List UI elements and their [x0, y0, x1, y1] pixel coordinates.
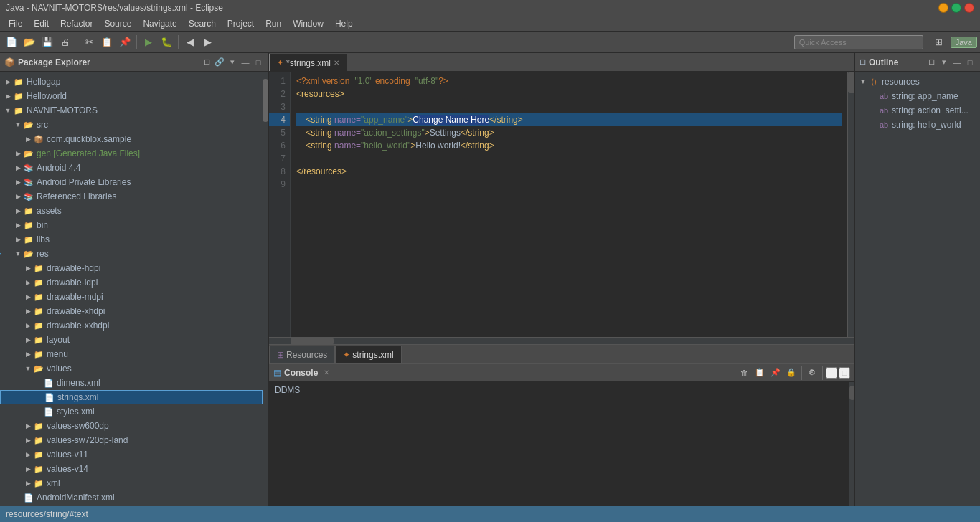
tree-item-referenced-libs[interactable]: ▶ 📚 Referenced Libraries [0, 189, 263, 204]
outline-collapse-button[interactable]: ⊟ [925, 57, 937, 68]
tree-item-drawable-ldpi[interactable]: ▶ 📁 drawable-ldpi [0, 275, 263, 290]
collapse-all-button[interactable]: ⊟ [201, 57, 212, 68]
tree-item-drawable-xhdpi[interactable]: ▶ 📁 drawable-xhdpi [0, 304, 263, 318]
tree-item-strings-xml[interactable]: ▶ 📄 strings.xml [0, 390, 263, 404]
left-panel-scrollbar[interactable] [263, 72, 268, 506]
editor-h-scroll-thumb[interactable] [291, 338, 334, 345]
tree-item-navnit-motors[interactable]: ▼ 📁 NAVNIT-MOTORS [0, 103, 263, 118]
tree-item-android44[interactable]: ▶ 📚 Android 4.4 [0, 161, 263, 175]
maximize-panel-button[interactable]: □ [253, 57, 264, 68]
menu-search[interactable]: Search [183, 17, 222, 30]
package-explorer-tree[interactable]: ▶ 📁 Hellogap ▶ 📁 Helloworld ▼ 📁 NAVNIT- [0, 72, 263, 506]
menu-help[interactable]: Help [329, 17, 359, 30]
menu-source[interactable]: Source [98, 17, 137, 30]
label-strings-xml: strings.xml [57, 392, 98, 402]
save-button[interactable]: 💾 [39, 34, 56, 51]
tree-item-styles-xml[interactable]: ▶ 📄 styles.xml [0, 404, 263, 419]
tree-item-res[interactable]: ▼ 📂 res ➤ [0, 247, 263, 261]
debug-button[interactable]: 🐛 [158, 34, 175, 51]
outline-menu-button[interactable]: ▾ [938, 57, 950, 68]
tree-item-hellogap[interactable]: ▶ 📁 Hellogap [0, 75, 263, 89]
tab-strings-xml[interactable]: ✦ *strings.xml ✕ [269, 54, 347, 71]
code-content[interactable]: <?xml version="1.0" encoding="utf-8"?> <… [291, 72, 847, 337]
tree-item-src[interactable]: ▼ 📂 src [0, 118, 263, 132]
perspectives-button[interactable]: ⊞ [930, 34, 948, 51]
tree-item-gen[interactable]: ▶ 📂 gen [Generated Java Files] [0, 146, 263, 161]
console-paste-button[interactable]: 📌 [768, 366, 783, 380]
console-copy-button[interactable]: 📋 [753, 366, 767, 380]
tree-item-xml-folder[interactable]: ▶ 📁 xml [0, 476, 263, 490]
outline-minimize-button[interactable]: — [951, 57, 963, 68]
tree-item-dimens-xml[interactable]: ▶ 📄 dimens.xml [0, 376, 263, 390]
tree-item-layout[interactable]: ▶ 📁 layout [0, 333, 263, 347]
arrow-hellogap: ▶ [3, 77, 13, 87]
outline-item-hello-world[interactable]: ▶ ab string: hello_world [855, 118, 980, 132]
back-button[interactable]: ◀ [182, 34, 199, 51]
quick-access-placeholder: Quick Access [799, 38, 847, 47]
console-close[interactable]: ✕ [324, 369, 329, 376]
tree-item-drawable-mdpi[interactable]: ▶ 📁 drawable-mdpi [0, 290, 263, 304]
menu-navigate[interactable]: Navigate [137, 17, 182, 30]
panel-menu-button[interactable]: ▾ [227, 57, 238, 68]
menu-edit[interactable]: Edit [28, 17, 55, 30]
tree-item-assets[interactable]: ▶ 📁 assets [0, 204, 263, 218]
editor-scrollbar-h[interactable] [269, 337, 854, 344]
res-annotation-arrow: ➤ [0, 248, 1, 260]
label-res: res [37, 249, 49, 259]
console-minimize-button[interactable]: — [826, 367, 837, 379]
minimize-panel-button[interactable]: — [240, 57, 251, 68]
tree-item-libs[interactable]: ▶ 📁 libs [0, 232, 263, 247]
tree-item-helloworld[interactable]: ▶ 📁 Helloworld [0, 89, 263, 103]
console-scroll-lock-button[interactable]: 🔒 [784, 366, 798, 380]
tree-item-values-sw600dp[interactable]: ▶ 📁 values-sw600dp [0, 419, 263, 433]
tree-item-com-quickblox[interactable]: ▶ 📦 com.quickblox.sample [0, 132, 263, 146]
console-settings-button[interactable]: ⚙ [805, 366, 819, 380]
new-button[interactable]: 📄 [3, 34, 20, 51]
console-controls: 🗑 📋 📌 🔒 ⚙ — □ [737, 366, 850, 380]
java-perspective-button[interactable]: Java [951, 37, 977, 48]
console-scrollbar[interactable] [849, 382, 854, 506]
outline-item-resources[interactable]: ▼ ⟨⟩ resources [855, 75, 980, 89]
open-button[interactable]: 📂 [21, 34, 38, 51]
outline-tree[interactable]: ▼ ⟨⟩ resources ▶ ab string: app_name ▶ a… [855, 72, 980, 506]
console-scroll-thumb[interactable] [849, 386, 854, 400]
close-button[interactable] [964, 3, 974, 13]
print-button[interactable]: 🖨 [57, 34, 74, 51]
tree-item-values-sw720dp-land[interactable]: ▶ 📁 values-sw720dp-land [0, 433, 263, 447]
menu-window[interactable]: Window [287, 17, 329, 30]
copy-button[interactable]: 📋 [98, 34, 116, 51]
tree-item-bin[interactable]: ▶ 📁 bin [0, 218, 263, 232]
editor-scroll-thumb[interactable] [848, 72, 854, 93]
tree-item-drawable-xxhdpi[interactable]: ▶ 📁 drawable-xxhdpi [0, 318, 263, 333]
link-editor-button[interactable]: 🔗 [214, 57, 225, 68]
console-maximize-button[interactable]: □ [839, 367, 850, 379]
console-clear-button[interactable]: 🗑 [737, 366, 751, 380]
minimize-button[interactable] [938, 3, 948, 13]
quick-access-input[interactable]: Quick Access [794, 35, 923, 49]
tab-strings-xml-close[interactable]: ✕ [334, 59, 339, 67]
tree-item-android-manifest[interactable]: ▶ 📄 AndroidManifest.xml [0, 490, 263, 505]
menu-run[interactable]: Run [260, 17, 287, 30]
outline-item-action-settings[interactable]: ▶ ab string: action_setti... [855, 103, 980, 118]
tree-item-values-v11[interactable]: ▶ 📁 values-v11 [0, 447, 263, 462]
menu-project[interactable]: Project [222, 17, 260, 30]
tree-item-values[interactable]: ▼ 📂 values [0, 361, 263, 376]
paste-button[interactable]: 📌 [116, 34, 133, 51]
maximize-button[interactable] [951, 3, 961, 13]
tree-item-menu[interactable]: ▶ 📁 menu [0, 347, 263, 361]
tab-strings-xml-bottom[interactable]: ✦ strings.xml [335, 346, 401, 363]
cut-button[interactable]: ✂ [80, 34, 98, 51]
tree-item-values-v14[interactable]: ▶ 📁 values-v14 [0, 462, 263, 476]
menu-file[interactable]: File [3, 17, 28, 30]
menu-refactor[interactable]: Refactor [55, 17, 98, 30]
outline-item-app-name[interactable]: ▶ ab string: app_name [855, 89, 980, 103]
outline-maximize-button[interactable]: □ [964, 57, 976, 68]
left-panel-scrollbar-thumb[interactable] [263, 79, 268, 122]
tab-resources[interactable]: ⊞ Resources [269, 346, 335, 363]
tree-item-android-private[interactable]: ▶ 📚 Android Private Libraries [0, 175, 263, 189]
forward-button[interactable]: ▶ [199, 34, 217, 51]
toolbar: 📄 📂 💾 🖨 ✂ 📋 📌 ▶ 🐛 ◀ ▶ Quick Access ⊞ Jav… [0, 32, 980, 53]
run-button[interactable]: ▶ [140, 34, 157, 51]
tree-item-drawable-hdpi[interactable]: ▶ 📁 drawable-hdpi [0, 261, 263, 275]
editor-right-scrollbar[interactable] [847, 72, 854, 337]
